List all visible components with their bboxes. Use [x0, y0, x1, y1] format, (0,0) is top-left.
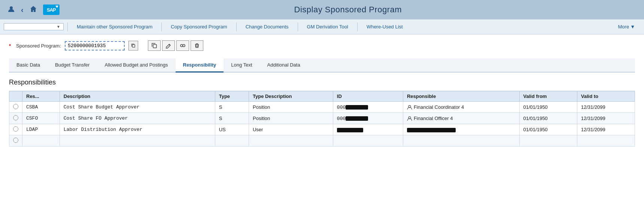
redacted-responsible [407, 128, 456, 132]
id-cell: 000 [333, 102, 403, 113]
user-icon[interactable] [7, 5, 15, 15]
toolbar-dropdown[interactable]: ▼ [4, 23, 64, 30]
svg-point-4 [180, 44, 183, 47]
type-cell: S [215, 102, 249, 113]
res-cell [22, 135, 60, 147]
header-icons: ‹ SAP [7, 4, 60, 15]
toolbar-separator-2 [161, 22, 162, 31]
back-icon[interactable]: ‹ [21, 6, 24, 14]
tab-responsibility[interactable]: Responsibility [176, 58, 224, 73]
edit-button[interactable] [162, 40, 175, 51]
valid-to-cell: 12/31/2099 [577, 124, 635, 135]
toolbar-separator-1 [67, 22, 68, 31]
chevron-down-icon: ▼ [57, 25, 60, 29]
type-description-cell: Position [249, 102, 333, 113]
page-title: Display Sponsored Program [60, 5, 637, 15]
radio-cell[interactable] [9, 113, 22, 124]
toolbar-separator-4 [298, 22, 298, 31]
maintain-other-link[interactable]: Maintain other Sponsored Program [72, 22, 158, 31]
type-description-cell: Position [249, 113, 333, 124]
more-chevron-icon: ▼ [630, 24, 635, 30]
copy-sponsored-link[interactable]: Copy Sponsored Program [165, 22, 232, 31]
responsible-cell [403, 135, 519, 147]
compare-button[interactable] [176, 40, 189, 51]
table-row: CSFOCost Share FO ApproverSPosition000Fi… [9, 113, 635, 124]
type-cell [215, 135, 249, 147]
sponsored-program-value: 5200000001935 [68, 43, 106, 49]
sponsored-program-label: Sponsored Program: [16, 43, 61, 49]
delete-button[interactable] [191, 40, 203, 51]
sponsored-program-row: * Sponsored Program: 5200000001935 [9, 40, 635, 51]
col-type-description: Type Description [249, 91, 333, 102]
valid-to-cell [577, 135, 635, 147]
type-description-cell: User [249, 124, 333, 135]
person-icon [407, 116, 414, 121]
toolbar-separator-3 [236, 22, 237, 31]
svg-rect-3 [153, 44, 157, 48]
description-cell: Cost Share FO Approver [60, 113, 215, 124]
svg-point-0 [10, 6, 13, 9]
toolbar-separator-5 [357, 22, 358, 31]
res-cell: LDAP [22, 124, 60, 135]
more-menu[interactable]: More ▼ [613, 22, 641, 31]
table-row [9, 135, 635, 147]
person-icon [407, 104, 414, 110]
tab-additional-data[interactable]: Additional Data [260, 58, 308, 73]
action-buttons [148, 40, 203, 51]
id-cell [333, 124, 403, 135]
gm-derivation-link[interactable]: GM Derivation Tool [302, 22, 353, 31]
radio-cell[interactable] [9, 135, 22, 147]
valid-from-cell: 01/01/1950 [519, 124, 577, 135]
header-bar: ‹ SAP Display Sponsored Program [0, 0, 644, 19]
required-asterisk: * [9, 43, 11, 49]
radio-button[interactable] [13, 138, 18, 143]
home-icon[interactable] [30, 5, 37, 15]
responsible-cell: Financial Coordinator 4 [403, 102, 519, 113]
radio-button[interactable] [13, 115, 18, 120]
responsible-name: Financial Officer 4 [414, 116, 453, 121]
toolbar: ▼ Maintain other Sponsored Program Copy … [0, 19, 644, 34]
svg-rect-2 [132, 44, 135, 47]
redacted-id [346, 105, 368, 110]
svg-point-5 [183, 44, 185, 47]
type-cell: US [215, 124, 249, 135]
table-row: CSBACost Share Budget ApproverSPosition0… [9, 102, 635, 113]
redacted-id [346, 116, 368, 121]
col-id: ID [333, 91, 403, 102]
col-valid-to: Valid to [577, 91, 635, 102]
responsible-cell: Financial Officer 4 [403, 113, 519, 124]
copy-doc-button[interactable] [148, 40, 161, 51]
tab-allowed-budget[interactable]: Allowed Budget and Postings [97, 58, 175, 73]
tab-basic-data[interactable]: Basic Data [9, 58, 48, 73]
radio-cell[interactable] [9, 124, 22, 135]
sap-logo: SAP [43, 4, 60, 15]
radio-button[interactable] [13, 104, 18, 109]
valid-from-cell [519, 135, 577, 147]
description-cell: Cost Share Budget Approver [60, 102, 215, 113]
tab-long-text[interactable]: Long Text [224, 58, 259, 73]
tab-budget-transfer[interactable]: Budget Transfer [48, 58, 97, 73]
responsibilities-table: Res... Description Type Type Description… [9, 91, 635, 147]
content-area: * Sponsored Program: 5200000001935 [0, 34, 644, 153]
valid-from-cell: 01/01/1950 [519, 113, 577, 124]
radio-cell[interactable] [9, 102, 22, 113]
tabs-bar: Basic Data Budget Transfer Allowed Budge… [9, 58, 635, 73]
id-cell [333, 135, 403, 147]
redacted-id [337, 128, 363, 132]
radio-button[interactable] [13, 126, 18, 132]
valid-to-cell: 12/31/2099 [577, 102, 635, 113]
table-row: LDAPLabor Distribution ApproverUSUser01/… [9, 124, 635, 135]
type-description-cell [249, 135, 333, 147]
table-header-row: Res... Description Type Type Description… [9, 91, 635, 102]
col-radio [9, 91, 22, 102]
svg-marker-1 [55, 6, 58, 8]
change-documents-link[interactable]: Change Documents [240, 22, 294, 31]
copy-field-button[interactable] [128, 41, 138, 50]
more-label: More [618, 24, 629, 30]
description-cell [60, 135, 215, 147]
responsible-cell [403, 124, 519, 135]
id-cell: 000 [333, 113, 403, 124]
where-used-link[interactable]: Where-Used List [361, 22, 408, 31]
col-res: Res... [22, 91, 60, 102]
sponsored-program-input[interactable]: 5200000001935 [65, 41, 125, 50]
